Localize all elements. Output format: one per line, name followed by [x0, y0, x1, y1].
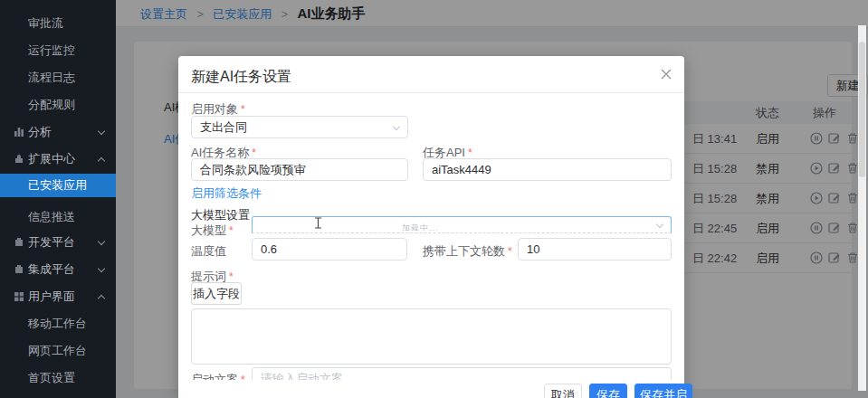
- model-label: 大模型: [191, 223, 234, 239]
- scrollbar-thumb[interactable]: [859, 42, 865, 177]
- cancel-button[interactable]: 取消: [544, 384, 582, 398]
- task-api-input[interactable]: [423, 158, 672, 181]
- sidebar-item-homepage-settings[interactable]: 首页设置: [0, 365, 116, 391]
- temperature-label: 温度值: [191, 243, 226, 260]
- enable-target-select[interactable]: 支出合同: [191, 116, 408, 138]
- sidebar-item-run-monitor[interactable]: 运行监控: [0, 38, 116, 63]
- dialog-footer: 取消 保存 保存并启用: [178, 380, 684, 398]
- sidebar-item-clipped: [28, 0, 82, 3]
- save-and-enable-button[interactable]: 保存并启用: [634, 384, 692, 398]
- dev-platform-icon: [14, 238, 24, 247]
- model-loading-text: 加载中...: [402, 223, 510, 231]
- task-name-input[interactable]: [191, 158, 408, 181]
- sidebar-item-web-workbench[interactable]: 网页工作台: [0, 338, 116, 364]
- chevron-up-icon: [98, 295, 105, 302]
- prompt-textarea[interactable]: [191, 308, 672, 365]
- dialog-divider: [178, 92, 684, 93]
- sidebar: 审批流 运行监控 流程日志 分配规则 分析 扩展中心 已安装应用 信息推送 开发…: [0, 0, 116, 398]
- enable-filter-link[interactable]: 启用筛选条件: [191, 185, 262, 202]
- chevron-down-icon: [393, 123, 400, 130]
- extension-icon: [14, 155, 24, 164]
- sidebar-group-extension-center[interactable]: 扩展中心: [0, 147, 116, 172]
- integration-icon: [14, 265, 24, 274]
- sidebar-group-integration-platform[interactable]: 集成平台: [0, 257, 116, 282]
- save-button[interactable]: 保存: [589, 384, 627, 398]
- sidebar-item-mobile-workbench[interactable]: 移动工作台: [0, 311, 116, 336]
- temperature-input[interactable]: [252, 238, 407, 261]
- chevron-up-icon: [98, 157, 105, 165]
- sidebar-group-user-interface[interactable]: 用户界面: [0, 284, 116, 309]
- ui-grid-icon: [14, 292, 24, 301]
- sidebar-item-process-log[interactable]: 流程日志: [0, 65, 116, 90]
- chart-icon: [14, 128, 24, 137]
- enable-target-value: 支出合同: [200, 120, 247, 134]
- context-rounds-label: 携带上下文轮数: [423, 243, 512, 260]
- sidebar-item-assign-rules[interactable]: 分配规则: [0, 92, 116, 118]
- model-section-title: 大模型设置: [191, 207, 250, 223]
- new-ai-task-dialog: 新建AI任务设置 启用对象 支出合同 AI任务名称 任务API 启用筛选条件 大…: [178, 56, 684, 398]
- close-icon[interactable]: [659, 67, 673, 81]
- scrollbar[interactable]: [858, 25, 866, 391]
- sidebar-group-analysis[interactable]: 分析: [0, 119, 116, 145]
- text-cursor: [314, 217, 322, 229]
- dialog-title: 新建AI任务设置: [191, 68, 291, 87]
- context-rounds-input[interactable]: [518, 238, 672, 261]
- sidebar-item-approval-flow[interactable]: 审批流: [0, 11, 116, 36]
- insert-field-button[interactable]: 插入字段: [191, 282, 242, 305]
- chevron-down-icon: [656, 221, 663, 228]
- chevron-down-icon: [98, 238, 105, 245]
- sidebar-item-message-push[interactable]: 信息推送: [0, 204, 116, 230]
- chevron-down-icon: [98, 265, 105, 272]
- chevron-down-icon: [98, 128, 105, 135]
- sidebar-item-installed-apps[interactable]: 已安装应用: [0, 174, 116, 197]
- sidebar-group-dev-platform[interactable]: 开发平台: [0, 230, 116, 255]
